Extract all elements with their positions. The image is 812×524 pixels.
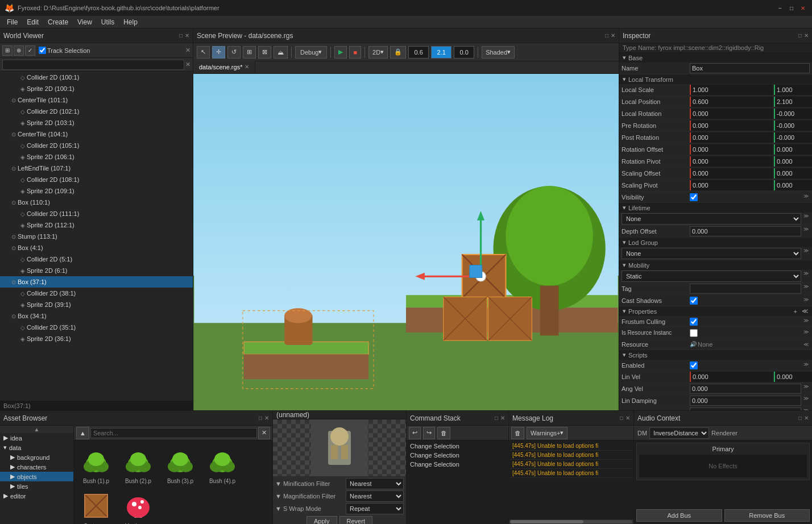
minimize-btn[interactable]: − [776, 3, 785, 13]
clear-history-btn[interactable]: 🗑 [437, 427, 450, 439]
local-pos-x[interactable] [690, 97, 773, 107]
tool-snap[interactable]: ⊠ [258, 46, 271, 59]
rot-offset-x[interactable] [690, 144, 773, 155]
lifetime-expand[interactable]: ≫ [802, 213, 810, 224]
asset-tree-scroll-up[interactable]: ▲ [0, 426, 73, 433]
close-btn[interactable]: ✕ [798, 3, 807, 13]
tree-item-stump_113[interactable]: ⊙Stump (113:1) [0, 231, 193, 242]
tree-item-center_tile_104[interactable]: ⊙CenterTile (104:1) [0, 128, 193, 140]
menu-create[interactable]: Create [43, 17, 73, 27]
tree-item-collider_38[interactable]: ◇Collider 2D (38:1) [0, 288, 193, 299]
asset-tree-editor[interactable]: ▶ editor [0, 491, 73, 501]
asset-tree-background[interactable]: ▶ background [0, 452, 73, 462]
mobility-expand[interactable]: ≫ [802, 271, 810, 282]
value1-input[interactable] [408, 46, 429, 59]
asset-up-btn[interactable]: ▲ [76, 427, 89, 439]
ml-float-btn[interactable]: □ [620, 415, 623, 421]
lin-vel-x[interactable] [690, 372, 773, 382]
tree-item-box_37[interactable]: ⊙Box (37:1) [0, 276, 193, 288]
wv-btn3[interactable]: ✓ [25, 45, 35, 56]
frustum-expand[interactable]: ≫ [802, 318, 810, 326]
asset-tree-characters[interactable]: ▶ characters [0, 462, 73, 472]
frustum-culling-checkbox[interactable] [690, 318, 698, 326]
tool-move[interactable]: ✛ [212, 46, 225, 59]
cs-float-btn[interactable]: □ [495, 415, 498, 421]
ml-clear-btn[interactable]: 🗑 [511, 427, 524, 439]
search-close-btn[interactable]: ✕ [185, 61, 190, 68]
asset-item-bush3[interactable]: Bush (3).p [160, 443, 200, 485]
command-item-3[interactable]: Change Selection [408, 460, 507, 469]
world-viewer-close-btn[interactable]: ✕ [185, 32, 189, 39]
tree-item-collider_100[interactable]: ◇Collider 2D (100:1) [0, 72, 193, 83]
ab-float-btn[interactable]: □ [259, 415, 262, 421]
rot-pivot-x[interactable] [690, 156, 773, 167]
wv-btn1[interactable]: ⊞ [2, 45, 13, 56]
section-local-transform[interactable]: ▾ Local Transform [619, 74, 812, 84]
mobility-select[interactable]: Static Dynamic [622, 271, 801, 282]
ang-vel-input[interactable] [690, 384, 801, 394]
scripts-enabled-expand[interactable]: ≫ [802, 361, 810, 369]
inspector-float-btn[interactable]: □ [798, 32, 802, 39]
scene-canvas[interactable] [193, 74, 619, 410]
message-log-scrollbar[interactable] [509, 519, 633, 524]
scale-pivot-y[interactable] [774, 180, 812, 190]
asset-item-crate[interactable]: Crate.png [76, 488, 116, 524]
debug-dropdown[interactable]: Debug ▾ [295, 46, 327, 59]
pre-rot-y[interactable] [774, 120, 812, 131]
redo-btn[interactable]: ↪ [423, 427, 435, 439]
lin-vel-y[interactable] [774, 372, 812, 382]
wv-close-x[interactable]: ✕ [185, 47, 190, 54]
ml-close-btn[interactable]: ✕ [625, 415, 630, 421]
asset-item-bush4[interactable]: Bush (4).p [202, 443, 242, 485]
scripts-enabled-checkbox[interactable] [690, 361, 698, 369]
local-scale-x[interactable] [690, 85, 773, 95]
tree-item-box_4[interactable]: ⊙Box (4:1) [0, 242, 193, 253]
section-properties[interactable]: ▾ Properties + ≪ [619, 306, 812, 316]
tool-select[interactable]: ↖ [197, 46, 210, 59]
ab-close-btn[interactable]: ✕ [264, 415, 269, 421]
scroll-thumb[interactable] [510, 520, 583, 523]
section-scripts[interactable]: ▾ Scripts [619, 350, 812, 360]
tag-expand[interactable]: ≫ [802, 284, 810, 294]
is-resource-checkbox[interactable] [690, 329, 698, 337]
tree-item-collider_111[interactable]: ◇Collider 2D (111:1) [0, 208, 193, 219]
minification-filter-select[interactable]: Nearest Linear [346, 478, 404, 489]
shaded-btn[interactable]: Shaded ▾ [482, 46, 515, 59]
apply-btn[interactable]: Apply [306, 516, 337, 524]
scale-pivot-x[interactable] [690, 180, 773, 190]
tab-close-btn[interactable]: ✕ [245, 64, 249, 70]
visibility-expand[interactable]: ≫ [802, 193, 810, 201]
lin-damping-expand[interactable]: ≫ [802, 396, 810, 406]
asset-item-bush2[interactable]: Bush (2).p [118, 443, 158, 485]
name-input[interactable] [690, 63, 810, 73]
local-pos-y[interactable] [774, 97, 812, 107]
ml-filter-btn[interactable]: Warnings+ ▾ [527, 427, 567, 439]
asset-tree-data[interactable]: ▾ data [0, 443, 73, 452]
pre-rot-x[interactable] [690, 120, 773, 131]
local-rot-x[interactable] [690, 109, 773, 119]
command-item-2[interactable]: Change Selection [408, 451, 507, 460]
visibility-checkbox[interactable] [690, 193, 698, 201]
section-lod-group[interactable]: ▾ Lod Group [619, 238, 812, 247]
scene-float-btn[interactable]: □ [605, 32, 608, 39]
message-item-1[interactable]: [445.47s] Unable to load options fi [510, 442, 632, 451]
tree-item-sprite_6[interactable]: ◈Sprite 2D (6:1) [0, 265, 193, 276]
menu-edit[interactable]: Edit [22, 17, 43, 27]
tree-item-collider_5[interactable]: ◇Collider 2D (5:1) [0, 253, 193, 265]
tree-item-sprite_100[interactable]: ◈Sprite 2D (100:1) [0, 83, 193, 94]
ang-vel-expand[interactable]: ≫ [802, 384, 810, 394]
pause-btn[interactable]: ■ [349, 46, 361, 59]
post-rot-y[interactable] [774, 132, 812, 143]
ac-float-btn[interactable]: □ [798, 415, 802, 421]
wv-btn2[interactable]: ⊕ [14, 45, 24, 56]
tree-item-collider_102[interactable]: ◇Collider 2D (102:1) [0, 106, 193, 117]
lifetime-select[interactable]: None [622, 213, 801, 224]
tree-item-collider_35[interactable]: ◇Collider 2D (35:1) [0, 322, 193, 333]
world-viewer-search-input[interactable] [2, 60, 184, 70]
depth-offset-expand[interactable]: ≫ [802, 226, 810, 236]
tree-item-center_tile_101[interactable]: ⊙CenterTile (101:1) [0, 94, 193, 106]
lin-damping-input[interactable] [690, 396, 801, 406]
s-wrap-mode-select[interactable]: Repeat Clamp [346, 503, 404, 514]
rot-pivot-y[interactable] [774, 156, 812, 167]
tool-rotate[interactable]: ↺ [227, 46, 241, 59]
